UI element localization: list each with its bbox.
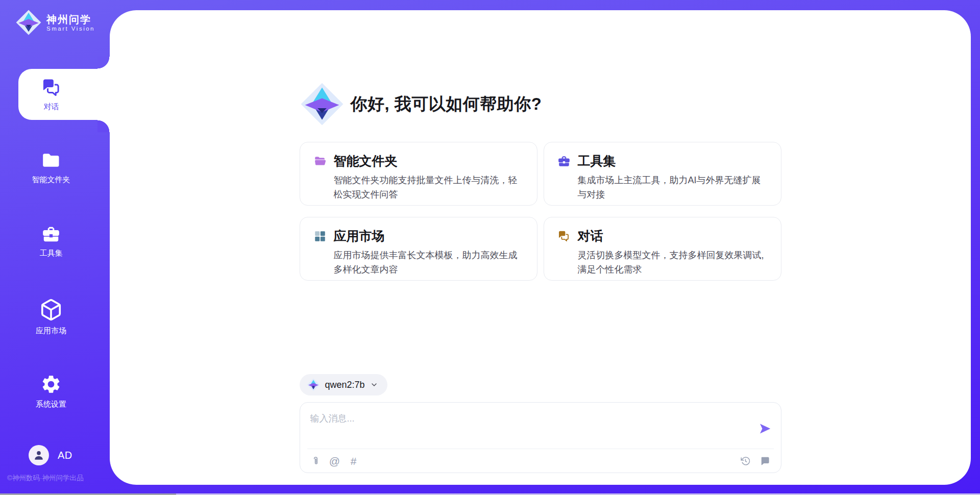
greeting-block: 你好, 我可以如何帮助你? [300,82,542,127]
history-icon[interactable] [740,455,751,466]
card-description: 集成市场上主流工具，助力AI与外界无缝扩展与对接 [578,174,768,202]
user-name: AD [58,450,72,461]
model-selector[interactable]: qwen2:7b [300,374,387,395]
toolbox-icon [557,155,571,168]
shortcut-cards: 智能文件夹 智能文件夹功能支持批量文件上传与清洗，轻松实现文件问答 工具集 集成… [300,142,781,281]
hashtag-icon[interactable]: # [348,455,359,466]
card-title: 工具集 [578,153,616,169]
cube-icon [39,298,63,321]
folder-icon [40,150,62,170]
chat-bubbles-icon [557,230,571,243]
sidebar-item-settings[interactable]: 系统设置 [0,374,102,409]
card-description: 智能文件夹功能支持批量文件上传与清洗，轻松实现文件问答 [334,174,524,202]
card-title: 应用市场 [334,228,385,244]
model-name: qwen2:7b [325,380,365,390]
message-input[interactable] [310,406,758,449]
avatar [29,445,49,465]
card-toolset[interactable]: 工具集 集成市场上主流工具，助力AI与外界无缝扩展与对接 [544,142,781,206]
brand-diamond-icon [15,9,42,36]
message-composer: @ # [300,402,781,473]
sidebar-item-label: 系统设置 [36,400,66,409]
sidebar: 神州问学 Smart Vision 对话 智能文件夹 工具集 应用市场 系统设置… [0,0,110,495]
mention-at-icon[interactable]: @ [329,455,340,466]
app-grid-icon [313,230,327,243]
brand-name: 神州问学 [46,14,95,26]
card-title: 智能文件夹 [334,153,398,169]
person-icon [32,449,45,462]
send-icon[interactable] [758,422,772,435]
brand-subtitle: Smart Vision [46,26,95,32]
sidebar-item-label: 智能文件夹 [32,175,70,185]
user-account[interactable]: AD [29,445,72,465]
copyright-footer: ©神州数码·神州问学出品 [7,474,83,483]
sidebar-item-label: 对话 [44,102,59,112]
assistant-diamond-icon [300,82,345,127]
card-app-market[interactable]: 应用市场 应用市场提供丰富长文本模板，助力高效生成多样化文章内容 [300,217,537,281]
attach-paperclip-icon[interactable] [310,455,322,466]
sidebar-item-smart-folder[interactable]: 智能文件夹 [0,150,102,185]
comment-icon[interactable] [760,455,771,466]
chat-bubbles-icon [41,77,62,98]
model-diamond-icon [307,378,320,391]
composer-toolbar: @ # [300,449,781,473]
sidebar-item-label: 工具集 [40,249,63,258]
gear-icon [40,374,62,395]
main-panel: 你好, 我可以如何帮助你? 智能文件夹 智能文件夹功能支持批量文件上传与清洗，轻… [110,10,971,485]
sidebar-item-label: 应用市场 [36,326,66,336]
chevron-down-icon [370,381,378,389]
sidebar-item-toolset[interactable]: 工具集 [0,225,102,258]
sidebar-item-app-market[interactable]: 应用市场 [0,298,102,336]
toolbox-icon [40,225,62,244]
sidebar-item-chat-active[interactable]: 对话 [18,69,110,120]
folder-open-icon [313,155,327,168]
card-description: 灵活切换多模型文件，支持多样回复效果调试,满足个性化需求 [578,249,768,277]
brand-logo: 神州问学 Smart Vision [15,9,95,36]
card-chat[interactable]: 对话 灵活切换多模型文件，支持多样回复效果调试,满足个性化需求 [544,217,781,281]
card-smart-folder[interactable]: 智能文件夹 智能文件夹功能支持批量文件上传与清洗，轻松实现文件问答 [300,142,537,206]
card-title: 对话 [578,228,603,244]
card-description: 应用市场提供丰富长文本模板，助力高效生成多样化文章内容 [334,249,524,277]
greeting-title: 你好, 我可以如何帮助你? [351,93,542,116]
